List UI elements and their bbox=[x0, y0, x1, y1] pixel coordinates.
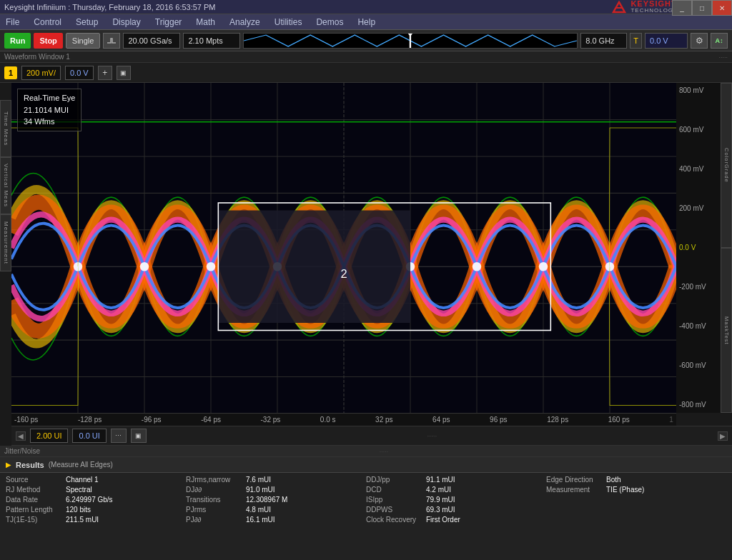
auto-scale-button[interactable]: A↕ bbox=[711, 33, 728, 49]
masktest-tab[interactable]: MaskTest bbox=[721, 248, 732, 413]
svg-text:2: 2 bbox=[340, 267, 347, 281]
voltage-label-n400: -400 mV bbox=[679, 323, 718, 330]
ui-btn-2[interactable]: ▣ bbox=[131, 429, 147, 443]
menu-setup[interactable]: Setup bbox=[73, 16, 101, 28]
center-dots: ····· bbox=[151, 432, 713, 440]
voltage-label-200: 200 mV bbox=[679, 205, 718, 212]
time-label-n128: -128 ps bbox=[78, 416, 102, 424]
results-table: Source Channel 1 RJ Method Spectral Data… bbox=[0, 473, 732, 560]
time-label-32: 32 ps bbox=[375, 416, 392, 424]
waveform-info-box: Real-Time Eye 21.1014 MUI 34 Wfms bbox=[17, 89, 81, 131]
time-axis: -160 ps -128 ps -96 ps -64 ps -32 ps 0.0… bbox=[11, 413, 676, 426]
single-button[interactable]: Single bbox=[66, 33, 101, 49]
settings-icon-button[interactable]: ⚙ bbox=[691, 33, 708, 49]
close-button[interactable]: ✕ bbox=[712, 0, 732, 16]
menu-control[interactable]: Control bbox=[31, 16, 64, 28]
waveform-window-bar: Waveform Window 1 ····· bbox=[0, 51, 732, 63]
time-label-n160: -160 ps bbox=[14, 416, 38, 424]
ui-display-1[interactable]: 2.00 UI bbox=[30, 429, 68, 443]
result-row: Measurement TIE (Phase) bbox=[546, 486, 726, 494]
time-label-n96: -96 ps bbox=[142, 416, 162, 424]
stop-button[interactable]: Stop bbox=[34, 33, 62, 49]
result-row: Data Rate 6.249997 Gb/s bbox=[6, 496, 186, 504]
voltage-label-0: 0.0 V bbox=[679, 244, 718, 251]
time-meas-tab[interactable]: Time Meas bbox=[0, 100, 11, 157]
colorgrade-tab[interactable]: ColorGrade bbox=[721, 83, 732, 248]
result-row: PJrms 4.8 mUI bbox=[186, 506, 366, 514]
waveform-svg: 2 bbox=[11, 83, 676, 413]
result-row: ISIpp 79.9 mUI bbox=[366, 496, 546, 504]
channel-bar: 1 200 mV/ 0.0 V + ▣ bbox=[0, 63, 732, 83]
voltage-labels: 800 mV 600 mV 400 mV 200 mV 0.0 V -200 m… bbox=[676, 83, 721, 413]
menu-demos[interactable]: Demos bbox=[313, 16, 346, 28]
menu-analyze[interactable]: Analyze bbox=[227, 16, 263, 28]
result-row: Clock Recovery First Order bbox=[366, 516, 546, 524]
logo-icon bbox=[612, 1, 626, 14]
ui-btn-1[interactable]: ⋯ bbox=[111, 429, 127, 443]
voltage-label-n200: -200 mV bbox=[679, 284, 718, 291]
time-label-128: 128 ps bbox=[547, 416, 568, 424]
channel-offset-display[interactable]: 0.0 V bbox=[65, 66, 94, 80]
left-arrow-btn[interactable]: ◀ bbox=[16, 431, 26, 441]
channel-number-badge[interactable]: 1 bbox=[4, 66, 17, 79]
keysight-logo-svg bbox=[612, 1, 626, 14]
maximize-button[interactable]: □ bbox=[692, 0, 712, 16]
ui-display-2[interactable]: 0.0 UI bbox=[72, 429, 106, 443]
svg-rect-30 bbox=[218, 211, 410, 324]
svg-point-24 bbox=[207, 262, 215, 271]
result-col-4: Edge Direction Both Measurement TIE (Pha… bbox=[546, 476, 726, 557]
channel-clr-button[interactable]: ▣ bbox=[117, 66, 131, 80]
results-subtitle: (Measure All Edges) bbox=[49, 461, 113, 469]
voltage-label-n600: -600 mV bbox=[679, 362, 718, 369]
right-edge-tabs: ColorGrade MaskTest bbox=[721, 83, 732, 413]
right-arrow-btn[interactable]: ▶ bbox=[718, 431, 728, 441]
time-label-n64: -64 ps bbox=[201, 416, 221, 424]
time-label-end: 1 bbox=[669, 416, 673, 424]
results-panel: ▶ Results (Measure All Edges) Source Cha… bbox=[0, 457, 732, 560]
left-side-tabs: Time Meas Vertical Meas Measurement bbox=[0, 83, 11, 446]
time-label-n32: -32 ps bbox=[261, 416, 281, 424]
menu-trigger[interactable]: Trigger bbox=[152, 16, 185, 28]
measurement-tab[interactable]: Measurement bbox=[0, 214, 11, 271]
result-row: Pattern Length 120 bits bbox=[6, 506, 186, 514]
result-row: Transitions 12.308967 M bbox=[186, 496, 366, 504]
trigger-voltage-display[interactable]: 0.0 V bbox=[645, 33, 688, 49]
menu-bar: File Control Setup Display Trigger Math … bbox=[0, 14, 732, 30]
result-row: DJ∂∂ 91.0 mUI bbox=[186, 486, 366, 494]
results-triangle-icon: ▶ bbox=[6, 461, 11, 469]
svg-point-23 bbox=[140, 262, 149, 271]
result-row: TJ(1E-15) 211.5 mUI bbox=[6, 516, 186, 524]
menu-math[interactable]: Math bbox=[193, 16, 218, 28]
bandwidth-display[interactable]: 8.0 GHz bbox=[580, 33, 627, 49]
time-label-160: 160 ps bbox=[608, 416, 630, 424]
ui-bar: ◀ 2.00 UI 0.0 UI ⋯ ▣ ····· ▶ bbox=[11, 426, 732, 446]
waveform-info-wfms: 34 Wfms bbox=[24, 116, 75, 128]
time-label-0: 0.0 s bbox=[320, 416, 336, 424]
vertical-meas-tab[interactable]: Vertical Meas bbox=[0, 157, 11, 214]
title-bar: Keysight Infiniium : Thursday, February … bbox=[0, 0, 732, 14]
svg-point-27 bbox=[473, 262, 481, 271]
mem-depth-display[interactable]: 2.10 Mpts bbox=[183, 33, 240, 49]
menu-utilities[interactable]: Utilities bbox=[272, 16, 305, 28]
trigger-icon bbox=[106, 36, 117, 46]
sample-rate-display[interactable]: 20.00 GSa/s bbox=[123, 33, 180, 49]
trigger-icon-button[interactable] bbox=[103, 33, 120, 49]
auto-scale-icon: A↕ bbox=[716, 37, 723, 44]
channel-plus-button[interactable]: + bbox=[98, 66, 112, 80]
svg-point-28 bbox=[539, 262, 548, 271]
channel-scale-display[interactable]: 200 mV/ bbox=[21, 66, 61, 80]
result-row: Source Channel 1 bbox=[6, 476, 186, 484]
minimize-button[interactable]: _ bbox=[672, 0, 692, 16]
waveform-window-label: Waveform Window 1 bbox=[4, 53, 70, 61]
run-button[interactable]: Run bbox=[4, 33, 31, 49]
svg-rect-1 bbox=[616, 7, 622, 9]
menu-display[interactable]: Display bbox=[109, 16, 143, 28]
result-row: RJrms,narrow 7.6 mUI bbox=[186, 476, 366, 484]
menu-file[interactable]: File bbox=[3, 16, 22, 28]
menu-help[interactable]: Help bbox=[355, 16, 378, 28]
svg-marker-3 bbox=[408, 34, 412, 36]
result-col-2: RJrms,narrow 7.6 mUI DJ∂∂ 91.0 mUI Trans… bbox=[186, 476, 366, 557]
bottom-panel: Jitter/Noise ····· ▶ Results (Measure Al… bbox=[0, 446, 732, 560]
title-text: Keysight Infiniium : Thursday, February … bbox=[4, 3, 216, 11]
result-row: DDJ/pp 91.1 mUI bbox=[366, 476, 546, 484]
